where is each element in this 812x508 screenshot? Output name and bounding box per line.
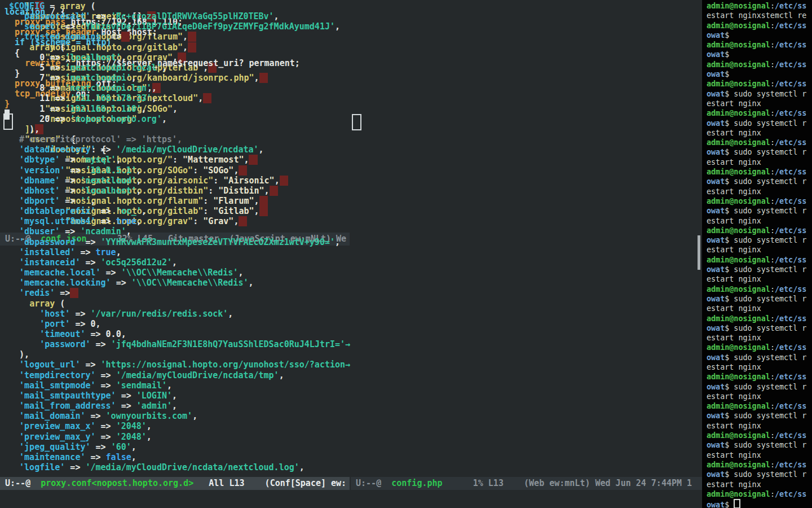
- text-segment: =>: [96, 144, 116, 155]
- text-segment: [9, 206, 19, 216]
- line: 'dbtype' => 'mysql',: [9, 155, 351, 165]
- text-segment: =>: [116, 391, 136, 401]
- text-segment: 'sendmail': [116, 380, 167, 391]
- text-segment: 5 =>: [9, 63, 65, 73]
- line: 7 => 'nextcloudpi',: [9, 73, 351, 83]
- line: admin@nosignal:/etc/ss: [707, 372, 812, 382]
- line: U:--@ proxy.conf<nopost.hopto.org.d> All…: [0, 477, 350, 490]
- text-segment: /etc/ss: [775, 402, 806, 410]
- text-segment: :: [770, 402, 775, 410]
- text-segment: $ sudo systemctl r: [725, 383, 806, 391]
- text-segment: ,: [136, 216, 142, 226]
- fringe-missing-glyph-box-icon: [352, 114, 361, 130]
- text-segment: [9, 299, 29, 309]
- line: owat$ sudo systemctl r: [707, 265, 812, 274]
- text-segment: 'https://nosignal.hopto.org/yunohost/sso…: [101, 360, 345, 370]
- text-segment: 'jpeg_quality': [19, 442, 90, 452]
- text-segment: owat: [707, 324, 725, 332]
- text-segment: admin@nosignal: [707, 226, 770, 235]
- text-segment: =>: [96, 370, 116, 380]
- line: estart nginx: [707, 362, 812, 372]
- line: admin@nosignal:/etc/ss: [707, 343, 812, 352]
- text-segment: =>: [101, 268, 121, 278]
- text-segment: :: [770, 168, 775, 176]
- text-segment: [9, 370, 19, 380]
- text-segment: owat: [707, 177, 725, 186]
- text-segment: =>: [60, 176, 80, 186]
- text-segment: :: [770, 21, 775, 30]
- text-segment: 'dbport': [19, 196, 60, 206]
- line: 'memcache.local' => '\\OC\\Memcache\\Red…: [9, 268, 351, 278]
- line: array (: [9, 299, 351, 309]
- text-segment: =>: [80, 360, 100, 370]
- text-segment: $ sudo systemctl r: [725, 441, 806, 449]
- line: 'logfile' => '/media/myCloudDrive/ncdata…: [9, 462, 351, 472]
- text-segment: :: [770, 226, 775, 235]
- line: 'tempdirectory' => '/media/myCloudDrive/…: [9, 370, 351, 380]
- line: owat$: [707, 69, 812, 79]
- text-segment: =>: [55, 288, 70, 298]
- text-segment: =>: [85, 411, 105, 421]
- line: 'preview_max_y' => '2048',: [9, 432, 351, 442]
- text-segment: [9, 319, 39, 329]
- text-segment: 'host': [39, 309, 70, 319]
- line: estart nginx: [707, 392, 812, 401]
- text-segment: ,: [162, 63, 167, 73]
- config-php-buffer[interactable]: $CONFIG = array ( 'passwordsalt' => 'Rc+…: [0, 0, 351, 477]
- text-segment: 'dbpassword': [19, 237, 80, 247]
- text-segment: #'overwriteprotocol' => 'https',: [9, 134, 182, 144]
- text-segment: 'localhost': [80, 186, 136, 196]
- terminal-scrollbar-thumb[interactable]: [698, 235, 700, 270]
- text-segment: 'ownyourbits.com': [106, 411, 193, 421]
- line: 'host' => '/var/run/redis/redis.sock',: [9, 309, 351, 319]
- line: admin@nosignal:/etc/ss: [707, 138, 812, 147]
- text-segment: :: [770, 2, 775, 10]
- terminal-output[interactable]: admin@nosignal:/etc/ssestart nginxstemct…: [702, 0, 812, 508]
- text-segment: estart nginx: [707, 129, 761, 137]
- text-segment: [9, 421, 19, 431]
- editor-window-config-php[interactable]: $CONFIG = array ( 'passwordsalt' => 'Rc+…: [0, 0, 351, 477]
- text-segment: 11 =>: [9, 93, 70, 103]
- text-segment: estart nginx: [707, 158, 761, 167]
- text-segment: :: [770, 285, 775, 294]
- text-segment: 'dbtype': [19, 155, 60, 165]
- line: 'datadirectory' => '/media/myCloudDrive/…: [9, 144, 351, 155]
- line: 'instanceid' => 'oc5q256d12u2',: [9, 257, 351, 268]
- text-segment: 8 =>: [9, 83, 65, 93]
- line: 'mysql.utf8mb4' => true,: [9, 216, 351, 226]
- terminal-pane[interactable]: admin@nosignal:/etc/ssestart nginxstemct…: [702, 0, 812, 508]
- text-segment: [9, 380, 19, 391]
- line: estart nginx: [707, 216, 812, 226]
- line: 'mail_from_address' => 'admin',: [9, 401, 351, 411]
- text-segment: ,: [136, 186, 142, 196]
- text-segment: owat: [707, 295, 725, 303]
- text-segment: /etc/ss: [775, 314, 806, 323]
- truncation-arrow-icon: →: [345, 339, 350, 349]
- text-segment: =>: [80, 237, 100, 247]
- line: 'secret' => 'YkhznvFDe/i1BP7G1ALqeD0eFf9…: [9, 21, 351, 32]
- text-segment: /etc/ss: [775, 2, 806, 10]
- line: estart nginx: [707, 274, 812, 284]
- line: 0 => 'localhost',: [9, 52, 351, 63]
- text-segment: $ sudo systemctl r: [725, 207, 806, 215]
- text-segment: /etc/ss: [775, 226, 806, 235]
- text-segment: 'memcache.locking': [19, 278, 111, 288]
- line: owat$ sudo systemctl r: [707, 440, 812, 450]
- text-segment: 'logout_url': [19, 360, 80, 370]
- text-segment: '\\OC\\Memcache\\Redis': [131, 278, 249, 288]
- text-segment: =>: [80, 257, 100, 268]
- text-segment: [9, 309, 39, 319]
- text-segment: [9, 391, 19, 401]
- text-segment: '/media/myCloudDrive/ncdata/nextcloud.lo…: [85, 462, 299, 472]
- text-segment: /etc/ss: [775, 80, 806, 88]
- line: 'dbport' => '',: [9, 196, 351, 206]
- text-segment: owat: [707, 353, 725, 362]
- line: 1 => '192.168.1.110',: [9, 104, 351, 114]
- line: 'timeout' => 0.0,: [9, 329, 351, 339]
- text-segment: estart nginx: [707, 304, 761, 313]
- text-segment: =>: [75, 247, 95, 257]
- line: estart nginx: [707, 421, 812, 431]
- trailing-whitespace-highlight: [121, 32, 130, 42]
- text-segment: ,: [248, 278, 253, 288]
- text-segment: '211.108.178.33': [70, 93, 152, 103]
